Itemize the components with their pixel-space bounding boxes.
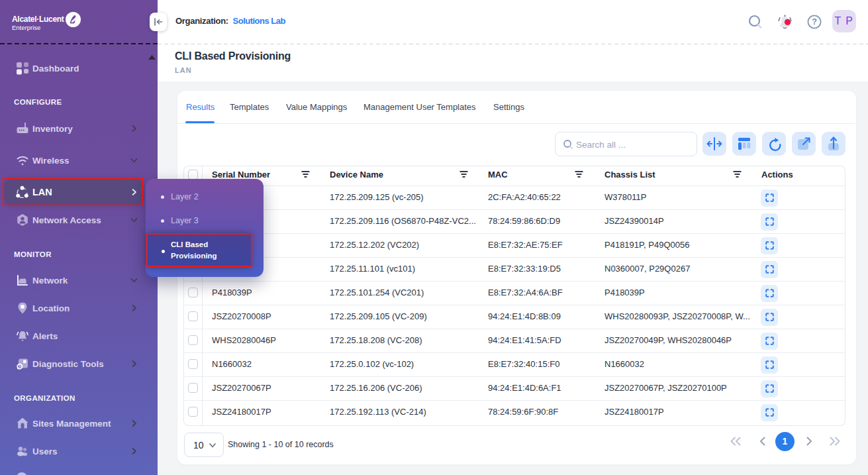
svg-text:?: ?: [812, 17, 817, 26]
